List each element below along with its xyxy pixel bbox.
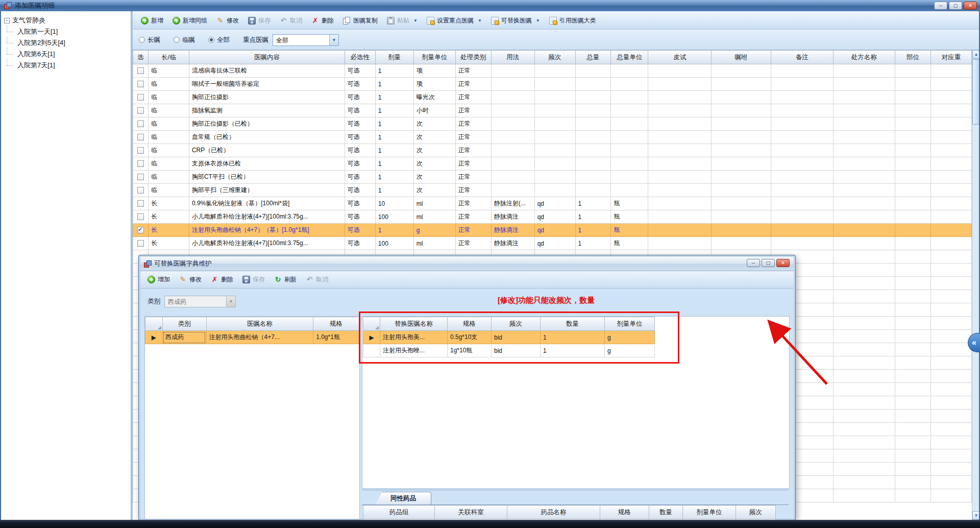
- set-key-order-button[interactable]: 设置重点医嘱▼: [423, 14, 486, 27]
- column-header-1[interactable]: 医嘱名称: [206, 317, 313, 331]
- minimize-button[interactable]: ─: [934, 2, 947, 10]
- row-checkbox[interactable]: [137, 227, 144, 233]
- order-row[interactable]: 长注射用头孢曲松钠（4+7）（基）[1.0g*1瓶]可选1g正常静脉滴注qd1瓶: [133, 224, 972, 237]
- order-row[interactable]: 临CRP（已检）可选1次正常: [133, 144, 972, 157]
- radio-long-order[interactable]: 长嘱: [139, 36, 160, 44]
- chevron-down-icon[interactable]: ▼: [329, 35, 338, 45]
- chevron-down-icon[interactable]: ▼: [536, 18, 540, 23]
- order-row[interactable]: 临血常规（已检）可选1次正常: [133, 131, 972, 144]
- new-same-group-button[interactable]: 新增同组: [168, 14, 211, 27]
- row-checkbox[interactable]: [137, 94, 144, 101]
- dlg-delete-button[interactable]: ✗删除: [207, 273, 237, 286]
- order-row[interactable]: 长小儿电解质补给注射液(4+7)[100ml:3.75g...可选100ml正常…: [133, 210, 972, 224]
- column-header-6[interactable]: 频次: [736, 506, 776, 519]
- column-header-2[interactable]: 频次: [492, 317, 541, 331]
- column-header-0[interactable]: 类别: [162, 317, 206, 331]
- column-header-16[interactable]: 对应重: [930, 51, 971, 64]
- column-header-3[interactable]: 必选性: [345, 51, 375, 64]
- column-header-2[interactable]: 药品名称: [507, 506, 600, 519]
- row-checkbox[interactable]: [137, 121, 144, 127]
- order-row[interactable]: 临胸部正位摄影（已检）可选1次正常: [133, 117, 972, 131]
- tree-collapse-icon[interactable]: −: [4, 18, 10, 23]
- tree-root-node[interactable]: − 支气管肺炎: [1, 11, 131, 26]
- maximize-button[interactable]: ▢: [949, 2, 962, 10]
- column-header-4[interactable]: 剂量单位: [605, 317, 655, 331]
- dialog-maximize-button[interactable]: ▢: [762, 259, 775, 267]
- column-header-7[interactable]: 用法: [491, 51, 534, 64]
- panel-splitter[interactable]: [131, 11, 133, 520]
- dlg-modify-button[interactable]: ✎修改: [175, 273, 206, 286]
- column-header-12[interactable]: 嘱咐: [712, 51, 771, 64]
- dlg-add-button[interactable]: 增加: [143, 273, 174, 286]
- row-checkbox[interactable]: [137, 107, 144, 114]
- cancel-button[interactable]: ↶取消: [276, 14, 306, 27]
- column-header-2[interactable]: 医嘱内容: [189, 51, 345, 64]
- row-checkbox[interactable]: [137, 160, 144, 167]
- column-header-11[interactable]: 皮试: [648, 51, 712, 64]
- column-header-5[interactable]: 剂量单位: [683, 506, 736, 519]
- radio-temp-order[interactable]: 临嘱: [174, 36, 195, 44]
- tree-item-day-4[interactable]: 入院第7天[1]: [1, 60, 131, 71]
- dialog-minimize-button[interactable]: ─: [747, 259, 760, 267]
- tab-same-type-drugs[interactable]: 同性药品: [375, 492, 431, 505]
- tree-item-day-1[interactable]: 入院第一天[1]: [1, 26, 131, 37]
- dlg-save-button[interactable]: 保存: [238, 273, 269, 286]
- delete-button[interactable]: ✗删除: [307, 14, 338, 27]
- modify-button[interactable]: ✎修改: [212, 14, 243, 27]
- close-button[interactable]: ✕: [964, 2, 977, 10]
- row-checkbox[interactable]: [137, 147, 144, 154]
- paste-button[interactable]: 粘贴▼: [383, 14, 422, 27]
- replaceable-order-button[interactable]: 可替换医嘱▼: [487, 14, 544, 27]
- order-row[interactable]: 长0.9%氯化钠注射液（基）[100ml*袋]可选10ml正常静脉注射(...q…: [133, 197, 972, 210]
- dlg-refresh-button[interactable]: ↻刷新: [270, 273, 301, 286]
- grid-row[interactable]: ▶注射用头孢美...0.5g*10支bid1g: [363, 331, 655, 344]
- save-button[interactable]: 保存: [244, 14, 275, 27]
- order-row[interactable]: 临胸部正位摄影可选1曝光次正常: [133, 91, 972, 104]
- order-row[interactable]: 长小儿电解质补给注射液(4+7)[100ml:3.75g...可选100ml正常…: [133, 237, 972, 250]
- grid-row[interactable]: ▶西成药注射用头孢曲松钠（4+7...1.0g*1瓶: [145, 331, 359, 344]
- grid-row[interactable]: 注射用头孢唑...1g*10瓶bid1g: [363, 344, 655, 357]
- column-header-9[interactable]: 总量: [575, 51, 611, 64]
- column-header-10[interactable]: 总量单位: [611, 51, 648, 64]
- order-row[interactable]: 临流感病毒抗体三联检可选1项正常: [133, 64, 972, 78]
- column-header-15[interactable]: 部位: [895, 51, 930, 64]
- dialog-close-button[interactable]: ✕: [776, 259, 790, 267]
- order-row[interactable]: 临支原体衣原体已检可选1次正常: [133, 157, 972, 171]
- column-header-4[interactable]: 剂量: [375, 51, 413, 64]
- column-header-1[interactable]: 规格: [448, 317, 492, 331]
- row-checkbox[interactable]: [137, 67, 144, 74]
- order-row[interactable]: 临咽拭子一般细菌培养鉴定可选1项正常: [133, 78, 972, 91]
- row-checkbox[interactable]: [137, 187, 144, 194]
- dlg-cancel-button[interactable]: ↶取消: [302, 273, 332, 286]
- column-header-2[interactable]: 规格: [313, 317, 359, 331]
- row-checkbox[interactable]: [137, 134, 144, 140]
- row-checkbox[interactable]: [137, 240, 144, 247]
- column-header-5[interactable]: 剂量单位: [413, 51, 455, 64]
- ref-order-class-button[interactable]: 引用医嘱大类: [545, 14, 600, 27]
- column-header-0[interactable]: 选: [133, 51, 149, 64]
- key-order-combobox[interactable]: 全部 ▼: [273, 34, 339, 46]
- column-header-1[interactable]: 关联科室: [435, 506, 507, 519]
- row-checkbox[interactable]: [137, 200, 144, 207]
- copy-order-button[interactable]: 医嘱复制: [339, 14, 382, 27]
- column-header-0[interactable]: 药品组: [363, 506, 435, 519]
- column-header-14[interactable]: 处方名称: [834, 51, 895, 64]
- tree-item-day-3[interactable]: 入院第6天[1]: [1, 49, 131, 60]
- radio-all[interactable]: 全部: [208, 36, 230, 44]
- order-row[interactable]: 临胸部CT平扫（已检）可选1次正常: [133, 171, 972, 184]
- tree-item-day-2[interactable]: 入院第2到5天[4]: [1, 37, 131, 49]
- order-row[interactable]: 临指脉氧监测可选1小时正常: [133, 104, 972, 117]
- column-header-1[interactable]: 长/临: [148, 51, 189, 64]
- chevron-down-icon[interactable]: ▼: [478, 18, 482, 23]
- column-header-4[interactable]: 数量: [649, 506, 683, 519]
- column-header-3[interactable]: 数量: [541, 317, 605, 331]
- column-header-13[interactable]: 备注: [771, 51, 834, 64]
- chevron-down-icon[interactable]: ▼: [413, 18, 418, 23]
- column-header-8[interactable]: 频次: [534, 51, 575, 64]
- row-checkbox[interactable]: [137, 174, 144, 180]
- column-header-3[interactable]: 规格: [600, 506, 649, 519]
- column-header-6[interactable]: 处理类别: [455, 51, 491, 64]
- row-checkbox[interactable]: [137, 213, 144, 220]
- order-row[interactable]: 临胸部平扫（三维重建）可选1次正常: [133, 184, 972, 197]
- row-checkbox[interactable]: [137, 81, 144, 87]
